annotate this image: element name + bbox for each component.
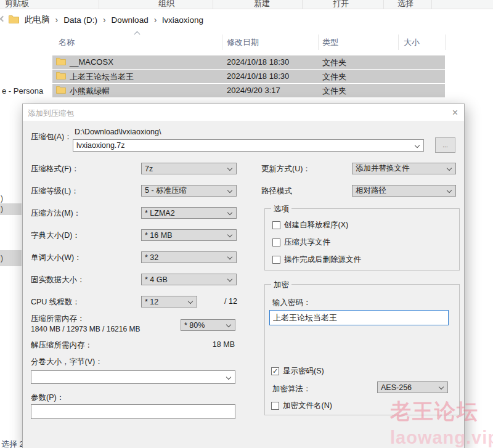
checkbox-box-checked[interactable]: ✓ <box>271 367 279 375</box>
parameters-input[interactable] <box>31 404 235 419</box>
column-header-name[interactable]: 名称 <box>59 37 75 48</box>
path-mode-label: 路径模式 <box>261 186 292 197</box>
file-date: 2024/9/20 3:17 <box>227 86 280 95</box>
dictionary-select[interactable]: * 16 MB <box>141 229 237 241</box>
chevron-down-icon <box>227 255 232 259</box>
chevron-left-icon <box>0 16 6 22</box>
explorer-with-7zip-dialog: 剪贴板 组织 新建 打开 选择 此电脑 › Data (D:) › Downlo… <box>0 0 493 448</box>
encryption-method-select[interactable]: AES-256 <box>377 381 448 393</box>
dictionary-label: 字典大小(D)： <box>31 230 80 241</box>
breadcrumb-item-drive-d[interactable]: Data (D:) <box>63 15 97 25</box>
ribbon-separator <box>383 0 384 9</box>
cpu-threads-select[interactable]: * 12 <box>141 296 197 307</box>
file-row-macosx[interactable]: __MACOSX 2024/10/18 18:30 文件夹 <box>52 55 445 69</box>
encryption-method-label: 加密算法： <box>272 384 311 394</box>
encryption-group-title: 加密 <box>271 280 291 290</box>
checkbox-box[interactable] <box>271 402 279 410</box>
volume-size-combobox[interactable] <box>31 370 235 384</box>
checkbox-box[interactable] <box>272 221 280 229</box>
column-divider[interactable] <box>318 35 319 50</box>
update-mode-select[interactable]: 添加并替换文件 <box>352 163 456 174</box>
browse-button[interactable]: ... <box>435 137 455 153</box>
archive-label: 压缩包(A)： <box>31 132 72 142</box>
path-mode-select[interactable]: 相对路径 <box>352 185 456 197</box>
chevron-down-icon <box>227 277 232 282</box>
folder-icon <box>56 71 66 79</box>
column-header-date[interactable]: 修改日期 <box>227 37 259 48</box>
memory-decompress-label: 解压缩所需内存： <box>31 340 92 351</box>
file-name: __MACOSX <box>70 57 113 67</box>
tree-item-selected[interactable]: ) <box>0 203 22 215</box>
password-label: 输入密码： <box>272 298 311 308</box>
close-icon[interactable]: × <box>446 104 465 121</box>
solid-size-select[interactable]: * 4 GB <box>141 274 237 285</box>
file-row-xiaoxiong[interactable]: 小熊戴绿帽 2024/9/20 3:17 文件夹 <box>52 84 445 97</box>
dialog-titlebar[interactable]: 添加到压缩包 × <box>23 104 464 121</box>
explorer-ribbon: 剪贴板 组织 新建 打开 选择 <box>0 0 493 9</box>
selected-value: * LZMA2 <box>145 209 175 218</box>
checkbox-create-sfx[interactable]: 创建自释放程序(X) <box>272 220 348 230</box>
folder-icon <box>56 57 66 65</box>
method-select[interactable]: * LZMA2 <box>141 207 237 219</box>
column-divider[interactable] <box>398 35 399 50</box>
checkbox-label: 操作完成后删除源文件 <box>284 255 361 265</box>
memory-decompress-value: 18 MB <box>189 340 235 349</box>
file-name: 上老王论坛当老王 <box>70 71 134 83</box>
column-divider[interactable] <box>222 35 222 50</box>
checkbox-label: 加密文件名(N) <box>283 401 332 411</box>
breadcrumb-item-download[interactable]: Download <box>112 15 149 25</box>
volume-size-label: 分卷大小，字节(V)： <box>31 357 103 367</box>
archive-dir-path: D:\Download\lvxiaoxiong\ <box>75 128 161 136</box>
ribbon-group-new: 新建 <box>254 0 270 9</box>
chevron-down-icon <box>447 188 452 193</box>
chevron-down-icon <box>226 375 231 380</box>
chevron-down-icon <box>227 210 232 215</box>
checkbox-show-password[interactable]: ✓ 显示密码(S) <box>271 366 324 377</box>
chevron-down-icon <box>226 322 231 327</box>
add-to-archive-dialog: 添加到压缩包 × 压缩包(A)： D:\Download\lvxiaoxiong… <box>22 104 465 448</box>
column-divider[interactable] <box>445 35 446 50</box>
chevron-down-icon <box>227 188 232 193</box>
column-header-type[interactable]: 类型 <box>322 37 338 48</box>
checkbox-encrypt-filenames[interactable]: 加密文件名(N) <box>271 401 332 411</box>
tree-item-fragment[interactable]: ) <box>1 194 3 203</box>
file-type: 文件夹 <box>322 57 346 68</box>
word-size-select[interactable]: * 32 <box>141 251 237 263</box>
cpu-threads-label: CPU 线程数： <box>31 297 80 307</box>
chevron-down-icon <box>439 385 444 389</box>
selected-value: 相对路径 <box>356 185 386 196</box>
selected-value: AES-256 <box>381 383 412 392</box>
tree-item-fragment: ) <box>1 205 3 213</box>
file-type: 文件夹 <box>322 86 346 97</box>
cpu-threads-max: / 12 <box>224 297 237 306</box>
checkbox-box[interactable] <box>272 238 280 246</box>
ribbon-separator <box>213 0 213 9</box>
encryption-group: 加密 输入密码： ✓ 显示密码(S) 加密算法： AES-256 加密文件名(N… <box>264 284 460 415</box>
file-row-laowang[interactable]: 上老王论坛当老王 2024/10/18 18:30 文件夹 <box>52 70 445 83</box>
checkbox-delete-after[interactable]: 操作完成后删除源文件 <box>272 255 361 265</box>
column-header-size[interactable]: 大小 <box>404 37 420 48</box>
checkbox-shared-files[interactable]: 压缩共享文件 <box>272 237 330 248</box>
ribbon-separator <box>302 0 303 9</box>
archive-filename: lvxiaoxiong.7z <box>76 141 125 150</box>
solid-size-label: 固实数据大小： <box>31 275 85 285</box>
password-input[interactable] <box>269 310 449 325</box>
format-select[interactable]: 7z <box>141 163 237 174</box>
background-window-title: e - Persona <box>2 86 43 96</box>
memory-compress-detail: 1840 MB / 12973 MB / 16216 MB <box>31 325 140 333</box>
tree-item-fragment: ) <box>1 254 3 263</box>
breadcrumb-item-this-pc[interactable]: 此电脑 <box>25 14 50 25</box>
level-select[interactable]: 5 - 标准压缩 <box>141 185 237 197</box>
tree-item-selected[interactable]: ) <box>0 250 22 266</box>
memory-percent-select[interactable]: * 80% <box>181 319 235 331</box>
checkbox-label: 创建自释放程序(X) <box>284 220 348 230</box>
ribbon-group-select: 选择 <box>397 0 414 9</box>
breadcrumb-item-lvxiaoxiong[interactable]: lvxiaoxiong <box>162 15 203 25</box>
checkbox-box[interactable] <box>272 256 280 264</box>
selected-value: * 4 GB <box>145 275 168 284</box>
selected-value: * 32 <box>145 253 158 262</box>
chevron-down-icon <box>227 232 232 237</box>
ribbon-separator <box>99 0 99 9</box>
archive-name-combobox[interactable]: lvxiaoxiong.7z <box>73 139 424 152</box>
ribbon-group-open: 打开 <box>333 0 349 9</box>
